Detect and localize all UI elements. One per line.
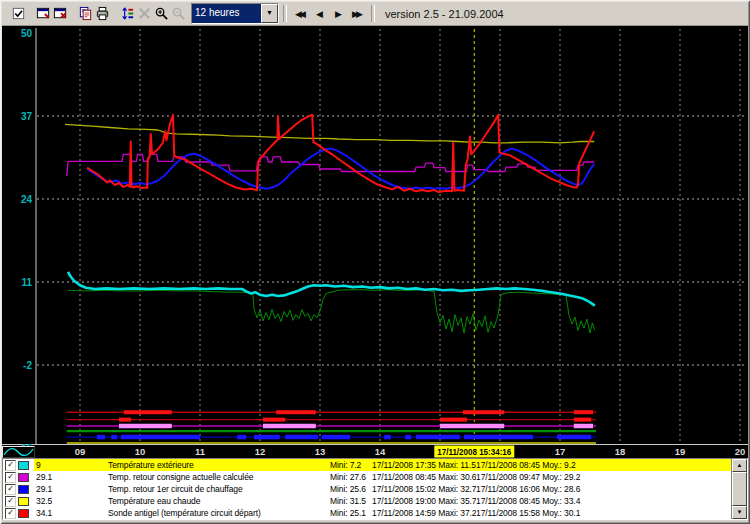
curve-min-stat: Mini: 25.1 — [330, 508, 372, 518]
form-settings-button[interactable] — [35, 5, 52, 23]
curve-avg-stat: 17/11/2008 08:45 Moy.: 9.2 — [476, 460, 731, 470]
scroll-down-icon[interactable]: ▼ — [732, 506, 747, 519]
curve-min-stat: Mini: 27.6 — [330, 472, 372, 482]
legend-row[interactable]: ✓34.1Sonde antigel (température circuit … — [3, 507, 731, 519]
curve-current-value: 34.1 — [34, 508, 108, 518]
nav-prev-button[interactable]: ◀ — [310, 6, 329, 22]
toolbar-buttons — [10, 5, 187, 23]
form-close-icon — [53, 6, 68, 21]
curve-visibility-checkbox[interactable]: ✓ — [5, 460, 16, 471]
cursor-timestamp-label: 17/11/2008 15:34:16 — [437, 447, 511, 457]
legend-checkbox-cell: ✓ — [3, 459, 18, 471]
curve-min-stat: Mini: 25.6 — [330, 484, 372, 494]
curve-current-value: 29.1 — [34, 484, 108, 494]
version-label: version 2.5 - 21.09.2004 — [385, 8, 504, 20]
x-tick-label: 09 — [75, 446, 86, 457]
legend-row-content: 34.1Sonde antigel (température circuit d… — [34, 507, 731, 519]
x-tick-label: 18 — [615, 446, 626, 457]
zoom-in-button[interactable] — [153, 5, 170, 23]
nav-next-icon: ▶ — [335, 9, 342, 19]
interval-dropdown[interactable]: 12 heures ▼ — [191, 3, 279, 24]
toolbar-separator — [371, 5, 375, 22]
curve-label: Sonde antigel (température circuit dépar… — [108, 508, 330, 518]
legend-panel: ✓9Température extérieureMini: 7.217/11/2… — [2, 458, 748, 520]
nav-first-icon: ◀◀ — [295, 9, 303, 19]
chart-canvas[interactable]: 0910111213141718192017/11/2008 15:34:165… — [2, 26, 748, 458]
navigation-buttons: ◀◀◀▶▶▶ — [291, 6, 367, 22]
x-tick-label: 12 — [255, 446, 266, 457]
scale-icon — [120, 6, 135, 21]
curve-color-swatch — [18, 509, 29, 518]
curve-min-stat: Mini: 7.2 — [330, 460, 372, 470]
curve-visibility-checkbox[interactable]: ✓ — [5, 472, 16, 483]
legend-row[interactable]: ✓9Température extérieureMini: 7.217/11/2… — [3, 459, 731, 471]
select-curves-button[interactable] — [10, 5, 27, 23]
interval-dropdown-value[interactable]: 12 heures — [192, 4, 261, 23]
nav-last-icon: ▶▶ — [352, 9, 360, 19]
zoom-out-icon — [171, 6, 186, 21]
scrollbar-thumb[interactable] — [732, 472, 747, 506]
legend-row-content: 32.5Température eau chaudeMini: 31.517/1… — [34, 495, 731, 507]
curve-avg-stat: 17/11/2008 09:47 Moy.: 29.2 — [476, 472, 731, 482]
curve-avg-stat: 17/11/2008 08:45 Moy.: 33.4 — [476, 496, 731, 506]
nav-first-button[interactable]: ◀◀ — [291, 6, 310, 22]
curve-visibility-checkbox[interactable]: ✓ — [5, 484, 16, 495]
curve-max-stat: 17/11/2008 08:45 Maxi: 30.6 — [372, 472, 476, 482]
legend-row-content: 9Température extérieureMini: 7.217/11/20… — [34, 459, 731, 471]
printer-icon — [95, 6, 110, 21]
y-tick-label: -2 — [23, 360, 32, 371]
legend-row[interactable]: ✓29.1Temp. retour consigne actuelle calc… — [3, 471, 731, 483]
legend-checkbox-cell: ✓ — [3, 471, 18, 483]
form-close-button[interactable] — [52, 5, 69, 23]
curve-max-stat: 17/11/2008 15:02 Maxi: 32.7 — [372, 484, 476, 494]
curve-preview-icon — [2, 446, 35, 458]
curve-max-stat: 17/11/2008 17:35 Maxi: 11.5 — [372, 460, 476, 470]
nav-next-button[interactable]: ▶ — [329, 6, 348, 22]
curve-temperature-eau-chaude — [65, 124, 594, 143]
curve-sonde-retour-secondaire — [68, 290, 595, 333]
legend-swatch-cell — [18, 471, 34, 483]
legend-swatch-cell — [18, 459, 34, 471]
curve-label: Temp. retour consigne actuelle calculée — [108, 472, 330, 482]
legend-checkbox-cell: ✓ — [3, 495, 18, 507]
x-tick-label: 11 — [195, 446, 206, 457]
legend-row-content: 29.1Temp. retour 1er circuit de chauffag… — [34, 483, 731, 495]
legend-checkbox-cell: ✓ — [3, 483, 18, 495]
legend-row[interactable]: ✓29.1Temp. retour 1er circuit de chauffa… — [3, 483, 731, 495]
y-tick-label: 37 — [21, 111, 33, 122]
curve-avg-stat: 17/11/2008 16:06 Moy.: 28.6 — [476, 484, 731, 494]
curve-temperature-exterieure — [68, 272, 595, 306]
legend-checkbox-cell: ✓ — [3, 507, 18, 519]
curve-color-swatch — [18, 461, 29, 470]
toolbar-separator — [283, 5, 287, 22]
chevron-down-icon[interactable]: ▼ — [261, 4, 278, 23]
zoom-out-button — [170, 5, 187, 23]
curve-label: Température eau chaude — [108, 496, 330, 506]
delete-button — [136, 5, 153, 23]
auto-scale-button[interactable] — [119, 5, 136, 23]
legend-swatch-cell — [18, 483, 34, 495]
delete-icon — [137, 6, 152, 21]
chart-area: 0910111213141718192017/11/2008 15:34:165… — [2, 26, 748, 458]
y-tick-label: 50 — [21, 28, 33, 39]
curve-color-swatch — [18, 497, 29, 506]
curve-current-value: 29.1 — [34, 472, 108, 482]
curve-max-stat: 17/11/2008 14:59 Maxi: 37.2 — [372, 508, 476, 518]
x-tick-label: 17 — [555, 446, 566, 457]
x-tick-label: 14 — [375, 446, 386, 457]
y-tick-label: 24 — [21, 194, 33, 205]
legend-row[interactable]: ✓32.5Température eau chaudeMini: 31.517/… — [3, 495, 731, 507]
print-button[interactable] — [94, 5, 111, 23]
curve-visibility-checkbox[interactable]: ✓ — [5, 508, 16, 519]
curve-color-swatch — [18, 473, 29, 482]
checkbox-icon — [11, 6, 26, 21]
scroll-up-icon[interactable]: ▲ — [732, 459, 747, 472]
curve-visibility-checkbox[interactable]: ✓ — [5, 496, 16, 507]
copy-button[interactable] — [77, 5, 94, 23]
nav-prev-icon: ◀ — [316, 9, 323, 19]
legend-scrollbar[interactable]: ▲ ▼ — [731, 459, 747, 519]
legend-row-content: 29.1Temp. retour consigne actuelle calcu… — [34, 471, 731, 483]
curve-avg-stat: 17/11/2008 15:58 Moy.: 30.1 — [476, 508, 731, 518]
curve-current-value: 9 — [34, 460, 108, 470]
nav-last-button[interactable]: ▶▶ — [348, 6, 367, 22]
